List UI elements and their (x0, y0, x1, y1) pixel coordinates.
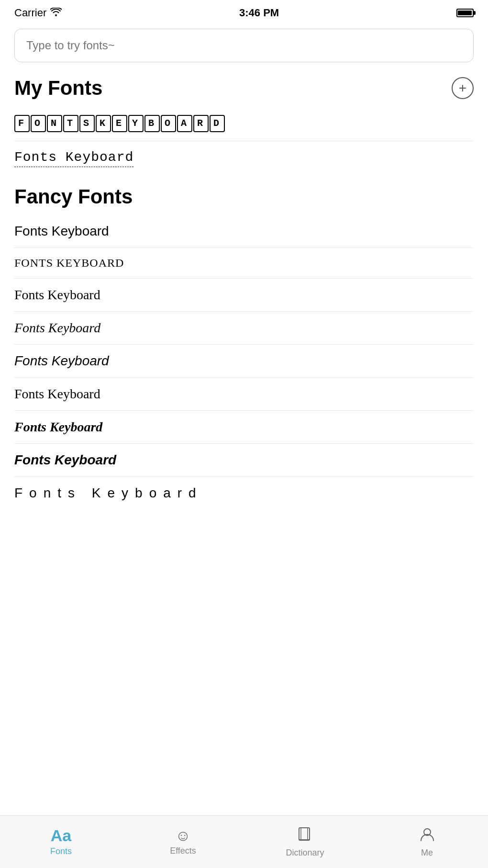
tab-fonts[interactable]: Aa Fonts (0, 827, 122, 857)
wifi-icon (50, 7, 62, 19)
fancy-fonts-list: Fonts Keyboard FONTS KEYBOARD Fonts Keyb… (0, 215, 488, 509)
list-item[interactable]: Fonts Keyboard (14, 477, 474, 509)
carrier-label: Carrier (14, 7, 62, 19)
list-item[interactable]: Fonts Keyboard (14, 345, 474, 378)
status-time: 3:46 PM (239, 7, 279, 19)
list-item[interactable]: Fonts Keyboard (14, 378, 474, 411)
list-item[interactable]: Fonts Keyboard (14, 279, 474, 312)
tab-effects[interactable]: ☺ Effects (122, 828, 244, 856)
font-preview-bold-italic: Fonts Keyboard (14, 419, 102, 434)
list-item[interactable]: Fonts Keyboard (14, 141, 474, 176)
font-preview-serif: Fonts Keyboard (14, 287, 100, 302)
list-item[interactable]: Fonts Keyboard (14, 411, 474, 444)
font-preview-bold-italic2: Fonts Keyboard (14, 452, 116, 467)
carrier-text: Carrier (14, 7, 46, 19)
list-item[interactable]: Fonts Keyboard (14, 444, 474, 477)
list-item[interactable]: FONTS KEYBOARD (14, 248, 474, 279)
font-preview-normal: Fonts Keyboard (14, 224, 109, 238)
tab-bar: Aa Fonts ☺ Effects Dictionary Me (0, 815, 488, 868)
search-container (0, 24, 488, 72)
me-icon (419, 826, 435, 845)
font-preview-italic: Fonts Keyboard (14, 320, 100, 335)
list-item[interactable]: Fonts Keyboard (14, 312, 474, 345)
fonts-icon: Aa (51, 827, 71, 844)
font-preview-boxed: FONTSKEYBOARD (14, 115, 225, 132)
list-item[interactable]: Fonts Keyboard (14, 215, 474, 248)
battery-icon (456, 9, 474, 17)
font-preview-small-caps: FONTS KEYBOARD (14, 257, 124, 269)
tab-me[interactable]: Me (366, 826, 488, 858)
font-preview-serif2: Fonts Keyboard (14, 386, 100, 401)
my-fonts-title: My Fonts (14, 77, 102, 100)
status-bar: Carrier 3:46 PM (0, 0, 488, 24)
tab-effects-label: Effects (170, 846, 196, 856)
tab-dictionary-label: Dictionary (286, 848, 324, 858)
tab-dictionary[interactable]: Dictionary (244, 826, 366, 858)
fancy-fonts-title: Fancy Fonts (0, 176, 488, 215)
tab-fonts-label: Fonts (50, 846, 72, 857)
font-preview-spaced: Fonts Keyboard (14, 485, 203, 500)
font-preview-italic2: Fonts Keyboard (14, 353, 109, 368)
font-preview-arrow: Fonts Keyboard (14, 150, 133, 167)
search-input[interactable] (14, 29, 474, 62)
add-font-button[interactable]: + (452, 77, 474, 99)
my-fonts-header: My Fonts + (0, 72, 488, 106)
effects-icon: ☺ (175, 828, 191, 843)
svg-rect-1 (301, 828, 308, 840)
my-fonts-list: FONTSKEYBOARD Fonts Keyboard (0, 106, 488, 176)
tab-me-label: Me (421, 848, 433, 858)
list-item[interactable]: FONTSKEYBOARD (14, 106, 474, 141)
dictionary-icon (297, 826, 313, 845)
